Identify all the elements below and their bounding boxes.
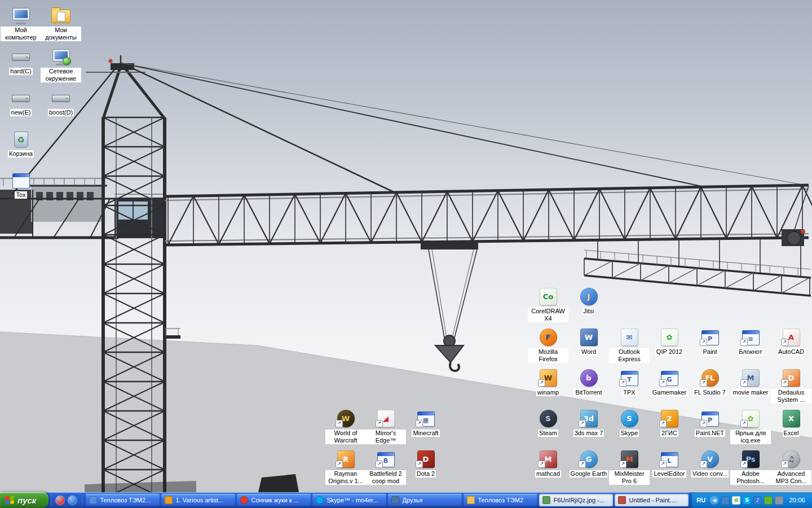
desktop-icon-network-places[interactable]: Сетевое окружение: [41, 46, 81, 82]
opera-quicklaunch-icon[interactable]: [55, 496, 65, 505]
shortcut-arrow-icon: ↗: [700, 339, 707, 346]
desktop-icon-tpx[interactable]: T↗TPX: [609, 367, 650, 396]
tray-qip-icon[interactable]: ✿: [732, 496, 740, 505]
icon-label: Paint: [701, 348, 718, 356]
desktop-icon-autocad[interactable]: A↗AutoCAD: [771, 326, 811, 356]
system-tray: RU ◀ ✿S♪ 20:06: [690, 492, 812, 508]
tray-shield-icon[interactable]: [764, 496, 773, 505]
world-of-warcraft-icon: W↗: [334, 408, 357, 428]
desktop-icon-dota-2[interactable]: D↗Dota 2: [405, 448, 446, 478]
battlefield-2-coop-icon: B↗: [374, 448, 397, 469]
desktop-icon-firefox[interactable]: FMozilla Firefox: [528, 326, 568, 363]
desktop-icon-my-documents[interactable]: Мои документы: [41, 5, 81, 41]
fl-studio-7-icon: FL↗: [699, 367, 721, 388]
task-button-teplovoz-tem2-folder[interactable]: Тепловоз ТЭМ2: [464, 494, 537, 506]
browser-quicklaunch-icon[interactable]: [68, 496, 77, 505]
desktop-icon-qip-2012[interactable]: ✿QIP 2012: [649, 326, 690, 356]
desktop-icons-layer: Мой компьютерМои документыhard(C)Сетевое…: [0, 0, 812, 492]
desktop-icon-coreldraw-x4[interactable]: CoCorelDRAW X4: [528, 286, 568, 322]
desktop-icon-video-converter[interactable]: V↗Video conv...: [690, 448, 730, 478]
icon-label: 2ГИС: [660, 430, 678, 437]
desktop-icon-mathcad[interactable]: M↗mathcad: [528, 448, 568, 478]
desktop-icon-dedaulus-system[interactable]: D↗Dedaulus System ...: [771, 367, 811, 404]
desktop-icon-movie-maker[interactable]: M↗movie maker: [730, 367, 771, 396]
shortcut-arrow-icon: ↗: [700, 379, 707, 387]
leveleditor-icon: L↗: [658, 448, 681, 469]
desktop-icon-mirrors-edge[interactable]: ◢↗Mirror's Edge™: [365, 408, 406, 444]
desktop-icon-google-earth[interactable]: G↗Google Earth: [568, 448, 609, 478]
shortcut-arrow-icon: ↗: [538, 461, 545, 468]
language-indicator[interactable]: RU: [696, 497, 707, 503]
icon-label: Mirror's Edge™: [365, 430, 406, 444]
desktop-icon-drive-d[interactable]: boost(D): [41, 87, 81, 116]
f6unirjiqz-jpg-icon: [542, 496, 550, 504]
task-button-teplovoz-tem2-download[interactable]: Тепловоз ТЭМ2...: [86, 494, 160, 506]
globe-icon: [63, 57, 71, 65]
clock[interactable]: 20:06: [786, 497, 805, 503]
icon-label: winamp: [536, 389, 560, 396]
shortcut-arrow-icon: ↗: [336, 420, 343, 427]
start-button[interactable]: пуск: [0, 492, 48, 508]
desktop-icon-world-of-warcraft[interactable]: W↗World of Warcraft: [325, 408, 366, 444]
tray-icons: ✿S♪: [721, 496, 783, 505]
task-button-druzya[interactable]: Друзья: [388, 494, 462, 506]
desktop-icon-bittorrent[interactable]: bBitTorrent: [568, 367, 609, 396]
desktop-icon-drive-c[interactable]: hard(C): [1, 46, 41, 75]
task-button-various-artist[interactable]: 1. Various artist...: [161, 494, 235, 506]
desktop-icon-minecraft[interactable]: ▦↗Minecraft: [405, 408, 446, 437]
drive-c-icon: [10, 46, 32, 67]
shortcut-arrow-icon: ↗: [659, 420, 667, 427]
tray-magnifier-icon[interactable]: [721, 496, 730, 505]
icon-label: Jitsi: [582, 308, 595, 315]
tray-skype-icon[interactable]: S: [743, 496, 751, 505]
desktop-icon-tox[interactable]: Tox: [1, 169, 41, 199]
shortcut-arrow-icon: ↗: [740, 379, 748, 387]
task-button-untitled-paint[interactable]: Untitled - Paint....: [615, 494, 689, 506]
various-artist-icon: [165, 496, 173, 504]
desktop-icon-drive-e[interactable]: new(E): [1, 87, 41, 116]
tray-volume-icon[interactable]: ♪: [753, 496, 762, 505]
desktop-icon-skype[interactable]: SSkype: [609, 408, 650, 437]
desktop-icon-rayman-origins[interactable]: R↗Rayman Origins.v 1...: [325, 448, 366, 485]
shortcut-arrow-icon: ↗: [740, 420, 748, 427]
shortcut-arrow-icon: ↗: [376, 420, 383, 427]
desktop-icon-paint-net[interactable]: P↗Paint.NET: [690, 408, 730, 437]
shortcut-arrow-icon: ↗: [538, 379, 545, 387]
task-button-skype-mo4er[interactable]: Skype™ - mo4er...: [312, 494, 386, 506]
desktop-icon-icq-shortcut[interactable]: ✿↗Ярлык для icq.exe: [730, 408, 771, 444]
desktop-icon-notepad[interactable]: ≡↗Блокнот: [730, 326, 771, 356]
desktop-icon-winamp[interactable]: W↗winamp: [528, 367, 568, 396]
desktop-icon-word[interactable]: WWord: [568, 326, 609, 356]
desktop-icon-jitsi[interactable]: JJitsi: [568, 286, 609, 315]
desktop-icon-recycle-bin[interactable]: ♻Корзина: [1, 128, 41, 157]
task-label: 1. Various artist...: [175, 497, 223, 503]
task-button-f6unirjiqz-jpg[interactable]: F6UnIRjiQz.jpg -...: [539, 494, 613, 506]
shortcut-arrow-icon: ↗: [700, 420, 707, 427]
icon-label: Outlook Express: [609, 348, 650, 363]
tray-display-icon[interactable]: [775, 496, 783, 505]
icon-label: Tox: [15, 191, 27, 199]
desktop-icon-outlook-express[interactable]: ✉Outlook Express: [609, 326, 650, 363]
icon-label: FL Studio 7: [693, 389, 727, 396]
desktop-icon-mixmeister-pro-6[interactable]: M↗MixMeister Pro 6: [609, 448, 650, 485]
desktop: Мой компьютерМои документыhard(C)Сетевое…: [0, 0, 812, 492]
desktop-icon-3ds-max-7[interactable]: 3d↗3ds max 7: [568, 408, 609, 437]
task-label: F6UnIRjiQz.jpg -...: [553, 497, 604, 503]
desktop-icon-my-computer[interactable]: Мой компьютер: [1, 5, 41, 41]
desktop-icon-paint[interactable]: P↗Paint: [690, 326, 730, 356]
icon-label: Gamemaker: [651, 389, 688, 396]
shortcut-arrow-icon: ↗: [781, 339, 788, 346]
desktop-icon-battlefield-2-coop[interactable]: B↗Battlefield 2 coop mod: [365, 448, 406, 485]
desktop-icon-steam[interactable]: SSteam: [528, 408, 568, 437]
desktop-icon-advanced-mp3[interactable]: ♫↗Advanced MP3 Con...: [771, 448, 811, 485]
hidden-icons-chevron[interactable]: ◀: [710, 496, 718, 505]
desktop-icon-adobe-photoshop[interactable]: Ps↗Adobe Photosh...: [730, 448, 771, 485]
desktop-icon-excel[interactable]: XExcel: [771, 408, 811, 437]
excel-icon: X: [780, 408, 802, 428]
task-button-sonnik-zhuki[interactable]: Сонник жуки к ...: [237, 494, 311, 506]
desktop-icon-2gis[interactable]: 2↗2ГИС: [649, 408, 690, 437]
desktop-icon-gamemaker[interactable]: G↗Gamemaker: [649, 367, 690, 396]
my-computer-icon: [10, 5, 32, 25]
desktop-icon-fl-studio-7[interactable]: FL↗FL Studio 7: [690, 367, 730, 396]
desktop-icon-leveleditor[interactable]: L↗LevelEditor: [649, 448, 690, 478]
